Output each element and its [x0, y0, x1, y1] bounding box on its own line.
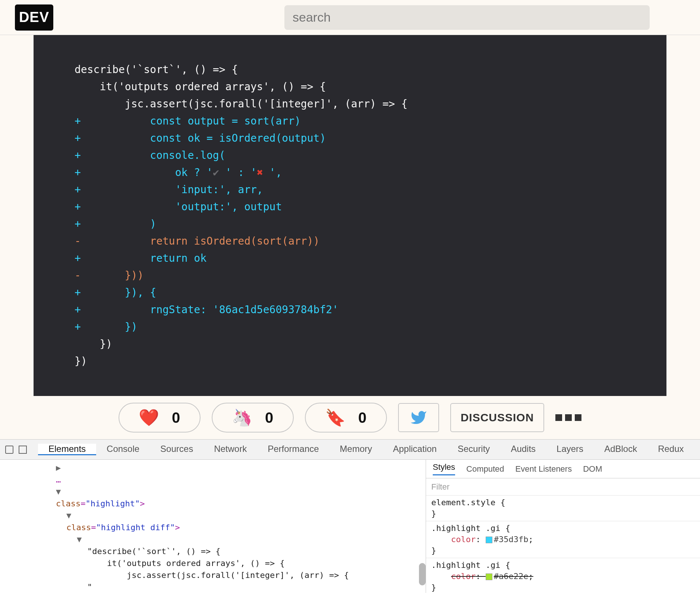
styles-tab-dom[interactable]: DOM	[583, 464, 602, 474]
devtools-tab-application[interactable]: Application	[382, 444, 447, 454]
bookmark-reaction[interactable]: 🔖 0	[305, 403, 387, 433]
code-line: })	[75, 353, 644, 370]
dom-node[interactable]: ▼class="highlight">	[56, 486, 426, 510]
devtools-tab-reac[interactable]: Reac	[694, 444, 700, 454]
rule-close: }	[431, 545, 695, 556]
rule-declaration[interactable]: color: #35d3fb;	[431, 534, 695, 545]
diff-removed-line: - return isOrdered(sort(arr))	[75, 233, 644, 250]
diff-added-line: + )	[75, 216, 644, 233]
diff-added-line: + 'output:', output	[75, 198, 644, 216]
devtools-tabs: ElementsConsoleSourcesNetworkPerformance…	[0, 440, 700, 460]
rule-selector: .highlight .gi {	[431, 523, 695, 534]
devtools-tab-memory[interactable]: Memory	[329, 444, 383, 454]
discussion-button[interactable]: DISCUSSION	[450, 403, 545, 432]
code-line: it('outputs ordered arrays', () => {	[75, 78, 644, 95]
styles-tab-event-listeners[interactable]: Event Listeners	[515, 464, 572, 474]
diff-removed-line: - }))	[75, 267, 644, 284]
devtools-tab-sources[interactable]: Sources	[150, 444, 204, 454]
devtools-inspect-icons[interactable]	[5, 446, 27, 454]
dom-node[interactable]: it('outputs ordered arrays', () => {	[56, 557, 426, 569]
reaction-bar: ❤️ 0 🦄 0 🔖 0 DISCUSSION	[0, 396, 700, 439]
unicorn-count: 0	[265, 409, 273, 426]
heart-reaction[interactable]: ❤️ 0	[119, 403, 201, 433]
heart-icon: ❤️	[139, 408, 159, 427]
devtools-tab-audits[interactable]: Audits	[500, 444, 546, 454]
search-box[interactable]	[284, 5, 650, 30]
scrollbar-thumb[interactable]	[419, 563, 426, 585]
styles-tabs: StylesComputedEvent ListenersDOM	[426, 460, 700, 478]
rule-close: }	[431, 508, 695, 519]
code-line: jsc.assert(jsc.forall('[integer]', (arr)…	[75, 95, 644, 113]
devtools-tab-performance[interactable]: Performance	[257, 444, 329, 454]
article-content: describe('`sort`', () => { it('outputs o…	[0, 35, 700, 396]
twitter-share-button[interactable]	[398, 403, 439, 432]
diff-added-line: + ok ? '✔ ' : '✖ ',	[75, 164, 644, 181]
unicorn-reaction[interactable]: 🦄 0	[212, 403, 294, 433]
bookmark-count: 0	[358, 409, 366, 426]
diff-added-line: + rngState: '86ac1d5e6093784bf2'	[75, 301, 644, 318]
devtools-tab-elements[interactable]: Elements	[38, 444, 96, 455]
devtools-panel: ElementsConsoleSourcesNetworkPerformance…	[0, 439, 700, 593]
dot-icon	[565, 414, 572, 421]
rule-selector: .highlight .gi {	[431, 560, 695, 571]
inspect-icon[interactable]	[5, 446, 13, 454]
more-menu-button[interactable]	[555, 414, 581, 421]
diff-added-line: + })	[75, 318, 644, 336]
device-icon[interactable]	[19, 446, 27, 454]
diff-added-line: + console.log(	[75, 147, 644, 164]
dot-icon	[575, 414, 581, 421]
devtools-tab-console[interactable]: Console	[96, 444, 150, 454]
twitter-icon	[410, 409, 427, 426]
diff-added-line: + return ok	[75, 250, 644, 267]
styles-tab-computed[interactable]: Computed	[466, 464, 504, 474]
heart-count: 0	[172, 409, 180, 426]
code-line: })	[75, 336, 644, 353]
elements-tree[interactable]: ▶…▼class="highlight">▼class="highlight d…	[0, 460, 426, 593]
dom-node[interactable]: "	[56, 581, 426, 593]
dom-node[interactable]: ▼class="highlight diff">	[56, 510, 426, 534]
devtools-tab-redux[interactable]: Redux	[647, 444, 694, 454]
devtools-body: ▶…▼class="highlight">▼class="highlight d…	[0, 460, 700, 593]
styles-tab-styles[interactable]: Styles	[433, 462, 455, 475]
unicorn-icon: 🦄	[232, 408, 252, 427]
styles-pane: StylesComputedEvent ListenersDOM Filter …	[426, 460, 700, 593]
bookmark-icon: 🔖	[325, 408, 346, 427]
diff-added-line: + const output = sort(arr)	[75, 113, 644, 130]
search-input[interactable]	[293, 10, 641, 25]
css-rules: element.style { } .highlight .gi { color…	[426, 496, 700, 593]
dom-node[interactable]: ▶…	[56, 462, 426, 486]
dev-logo[interactable]: DEV	[15, 4, 53, 31]
devtools-tab-layers[interactable]: Layers	[546, 444, 594, 454]
devtools-tab-adblock[interactable]: AdBlock	[594, 444, 647, 454]
diff-added-line: + }), {	[75, 284, 644, 301]
code-line: describe('`sort`', () => {	[75, 61, 644, 78]
devtools-tab-network[interactable]: Network	[204, 444, 257, 454]
code-block: describe('`sort`', () => { it('outputs o…	[34, 35, 666, 396]
dom-node[interactable]: ▼	[56, 534, 426, 545]
diff-added-line: + const ok = isOrdered(output)	[75, 130, 644, 147]
top-bar: DEV	[0, 0, 700, 35]
dot-icon	[555, 414, 562, 421]
rule-element-style: element.style {	[431, 497, 695, 508]
dom-node[interactable]: "describe('`sort`', () => {	[56, 545, 426, 557]
dom-node[interactable]: jsc.assert(jsc.forall('[integer]', (arr)…	[56, 569, 426, 581]
diff-added-line: + 'input:', arr,	[75, 181, 644, 198]
styles-filter[interactable]: Filter	[426, 478, 700, 496]
devtools-tab-security[interactable]: Security	[447, 444, 501, 454]
rule-close: }	[431, 582, 695, 593]
rule-declaration-overridden[interactable]: color: #a6e22e;	[431, 571, 695, 582]
